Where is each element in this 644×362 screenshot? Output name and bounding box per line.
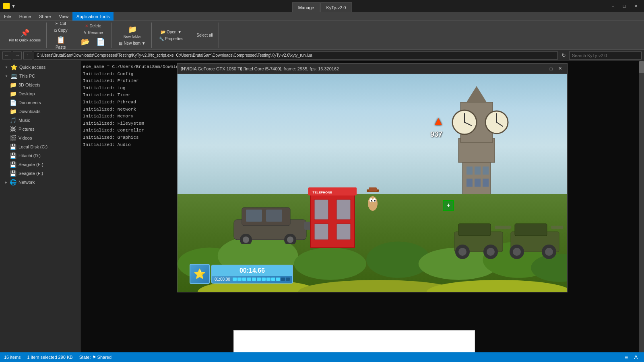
select-all-button[interactable]: Select all (194, 32, 215, 38)
rename-button[interactable]: ✎ Rename (81, 30, 105, 36)
tab-manage[interactable]: Manage (292, 2, 320, 12)
hud-pip (286, 278, 290, 281)
svg-rect-43 (314, 224, 328, 240)
svg-point-51 (371, 200, 372, 202)
game-close-button[interactable]: ✕ (556, 65, 564, 72)
minimize-button[interactable]: − (608, 2, 618, 10)
copy-to-button[interactable]: 📄 (93, 37, 108, 48)
svg-point-21 (294, 248, 366, 280)
refresh-button[interactable]: ↻ (559, 51, 568, 60)
title-bar-controls: − □ ✕ (608, 2, 641, 10)
expand-icon: ▶ (5, 181, 7, 184)
game-title: [NVIDIA GeForce GTX 1050 Ti] [Intel Core… (181, 66, 339, 71)
svg-rect-12 (483, 167, 489, 175)
hud-pip (266, 278, 270, 281)
open-icon: 📂 (161, 30, 165, 34)
status-bar-left: 16 items 1 item selected 290 KB State: ⚑… (4, 355, 111, 360)
sidebar-item-label: This PC (19, 74, 35, 78)
disk-icon: 💾 (10, 144, 16, 150)
sidebar-item-network[interactable]: ▶ 🌐 Network (0, 178, 80, 187)
svg-point-52 (374, 200, 376, 202)
paste-button[interactable]: 📋 Paste (53, 35, 68, 50)
cmd-scrollbar[interactable] (639, 61, 644, 352)
svg-text:+: + (447, 202, 450, 208)
title-bar-tabs: Manage KyTy-v2.0 (292, 0, 352, 12)
svg-rect-57 (495, 226, 511, 229)
sidebar-item-local-disk[interactable]: 💾 Local Disk (C:) (0, 142, 80, 151)
sidebar-item-3dobjects[interactable]: 📁 3D Objects (0, 80, 80, 89)
cut-button[interactable]: ✂ Cut (53, 21, 68, 27)
sidebar-item-quickaccess[interactable]: ▼ ⭐ Quick access (0, 63, 80, 72)
list-view-button[interactable]: ≡ (622, 353, 630, 361)
svg-rect-42 (336, 200, 351, 220)
game-window: [NVIDIA GeForce GTX 1050 Ti] [Intel Core… (177, 63, 568, 292)
nav-share[interactable]: Share (35, 12, 55, 21)
pictures-icon: 🖼 (10, 126, 16, 132)
selected-info: 1 item selected 290 KB (27, 355, 73, 360)
search-input[interactable] (569, 51, 642, 60)
open-button[interactable]: 📂 Open ▼ (158, 29, 184, 35)
hud-pip (233, 278, 237, 281)
svg-point-36 (287, 237, 293, 243)
svg-rect-31 (246, 210, 262, 222)
sidebar-item-hitachi[interactable]: 💾 Hitachi (D:) (0, 151, 80, 160)
sidebar-item-label: Desktop (19, 91, 35, 96)
up-button[interactable]: ↑ (23, 51, 32, 60)
copy-to-icon: 📄 (96, 37, 105, 46)
delete-icon: ✕ (85, 24, 88, 28)
move-button[interactable]: 📂 (78, 37, 93, 48)
delete-button[interactable]: ✕ Delete (83, 23, 103, 29)
grid-view-button[interactable]: ∆ (632, 353, 640, 361)
sidebar-item-label: Videos (19, 136, 32, 140)
sidebar-item-desktop[interactable]: 📁 Desktop (0, 89, 80, 98)
hud-time-limit: 01:00.00 (215, 277, 230, 282)
hud-pip (237, 278, 242, 281)
close-button[interactable]: ✕ (630, 2, 641, 10)
sidebar-item-videos[interactable]: 🎬 Videos (0, 134, 80, 142)
properties-button[interactable]: 🔧 Properties (157, 36, 186, 42)
sidebar-item-label: Seagate (E:) (19, 162, 43, 167)
sidebar: ▼ ⭐ Quick access ▼ 💻 This PC 📁 3D Object… (0, 61, 80, 352)
title-bar-left: ▼ (3, 3, 16, 9)
ribbon-group-clipboard: ✂ Cut ⧉ Copy 📋 Paste (48, 23, 73, 48)
sidebar-item-seagate-e[interactable]: 💾 Seagate (E:) (0, 160, 80, 169)
music-icon: 🎵 (10, 117, 16, 123)
game-hud-bottom: ⭐ 00:14.66 01:00.00 (190, 264, 293, 284)
game-minimize-button[interactable]: − (538, 65, 546, 72)
sidebar-item-downloads[interactable]: 📁 Downloads (0, 107, 80, 116)
ribbon-group-select: Select all (191, 23, 219, 48)
hud-timer-main: 00:14.66 (212, 265, 292, 276)
sidebar-item-label: Music (19, 118, 30, 123)
maximize-button[interactable]: □ (619, 2, 630, 10)
sidebar-item-seagate-f[interactable]: 💾 Seagate (F:) (0, 169, 80, 178)
hud-pip (276, 278, 280, 281)
bottom-input-area[interactable] (233, 330, 475, 352)
new-item-button[interactable]: ▦ New item ▼ (116, 40, 148, 46)
forward-button[interactable]: → (13, 51, 22, 60)
copy-button[interactable]: ⧉ Copy (52, 27, 70, 34)
items-count: 16 items (4, 355, 21, 360)
ribbon-group-organize: ✕ Delete ✎ Rename 📂 📄 (75, 23, 111, 48)
nav-application-tools[interactable]: Application Tools (72, 12, 114, 21)
nav-home[interactable]: Home (15, 12, 35, 21)
properties-icon: 🔧 (159, 37, 164, 41)
sidebar-item-documents[interactable]: 📄 Documents (0, 98, 80, 107)
back-button[interactable]: ← (2, 51, 11, 60)
sidebar-item-label: Documents (19, 100, 41, 105)
svg-point-59 (458, 248, 466, 256)
game-titlebar: [NVIDIA GeForce GTX 1050 Ti] [Intel Core… (178, 64, 567, 74)
new-folder-button[interactable]: 📁 New folder (121, 24, 143, 39)
game-maximize-button[interactable]: □ (547, 65, 555, 72)
hud-pip (247, 278, 251, 281)
sidebar-item-label: Downloads (19, 109, 40, 114)
sidebar-item-music[interactable]: 🎵 Music (0, 116, 80, 125)
sidebar-item-thispc[interactable]: ▼ 💻 This PC (0, 72, 80, 80)
svg-point-68 (545, 248, 553, 256)
sidebar-item-pictures[interactable]: 🖼 Pictures (0, 125, 80, 134)
svg-point-28 (427, 280, 567, 292)
address-input[interactable] (34, 51, 558, 60)
nav-view[interactable]: View (55, 12, 72, 21)
tab-kyty[interactable]: KyTy-v2.0 (320, 2, 352, 12)
pin-button[interactable]: 📌 Pin to Quick access (6, 28, 43, 43)
nav-file[interactable]: File (0, 12, 15, 21)
